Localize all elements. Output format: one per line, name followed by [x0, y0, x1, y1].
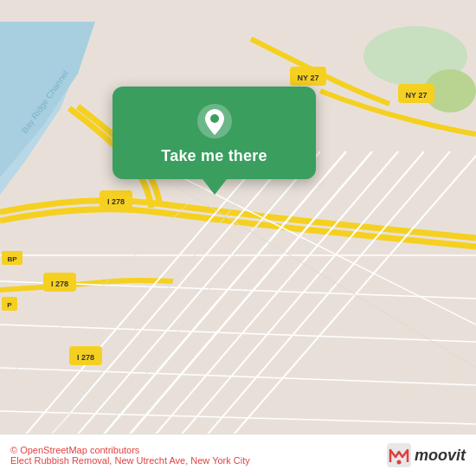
svg-point-40 [210, 114, 219, 123]
navigation-tooltip[interactable]: Take me there [113, 87, 316, 179]
svg-text:NY 27: NY 27 [406, 91, 428, 100]
map-background: Bay Ridge Channel [0, 0, 476, 476]
svg-text:I 278: I 278 [77, 353, 94, 362]
svg-text:P: P [7, 301, 12, 309]
take-me-there-label: Take me there [161, 147, 267, 165]
svg-text:NY 27: NY 27 [298, 74, 319, 82]
address-text: Elect Rubbish Removal, New Utrecht Ave, … [10, 455, 250, 466]
moovit-text: moovit [415, 447, 466, 465]
svg-text:I 278: I 278 [51, 280, 68, 288]
map-container: Bay Ridge Channel [0, 0, 476, 476]
svg-point-42 [396, 460, 401, 465]
map-attribution: © OpenStreetMap contributors Elect Rubbi… [10, 445, 387, 466]
moovit-icon [387, 443, 411, 467]
svg-text:I 278: I 278 [107, 197, 125, 206]
location-pin-icon [196, 102, 234, 140]
moovit-logo: moovit [387, 443, 466, 467]
copyright-symbol: © [10, 445, 17, 455]
openstreetmap-text: OpenStreetMap contributors [20, 445, 139, 455]
svg-text:BP: BP [7, 255, 17, 263]
bottom-bar: © OpenStreetMap contributors Elect Rubbi… [0, 434, 476, 476]
